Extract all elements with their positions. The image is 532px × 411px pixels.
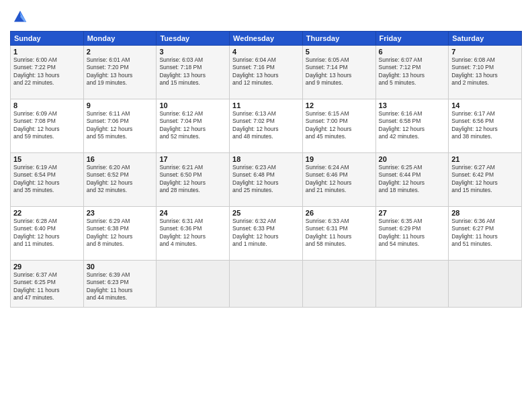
day-number: 7 bbox=[451, 48, 519, 56]
calendar-cell: 15Sunrise: 6:19 AM Sunset: 6:54 PM Dayli… bbox=[11, 153, 84, 207]
weekday-header-friday: Friday bbox=[375, 32, 449, 46]
calendar-cell: 19Sunrise: 6:24 AM Sunset: 6:46 PM Dayli… bbox=[302, 153, 375, 207]
calendar-cell: 21Sunrise: 6:27 AM Sunset: 6:42 PM Dayli… bbox=[449, 153, 522, 207]
day-number: 25 bbox=[232, 209, 300, 217]
calendar-cell bbox=[375, 261, 449, 308]
day-info: Sunrise: 6:36 AM Sunset: 6:27 PM Dayligh… bbox=[451, 218, 519, 248]
day-info: Sunrise: 6:28 AM Sunset: 6:40 PM Dayligh… bbox=[13, 218, 81, 248]
day-number: 16 bbox=[87, 155, 154, 163]
calendar-cell: 20Sunrise: 6:25 AM Sunset: 6:44 PM Dayli… bbox=[375, 153, 449, 207]
day-info: Sunrise: 6:13 AM Sunset: 7:02 PM Dayligh… bbox=[232, 110, 300, 141]
day-info: Sunrise: 6:31 AM Sunset: 6:36 PM Dayligh… bbox=[159, 218, 226, 248]
day-number: 26 bbox=[306, 209, 373, 217]
day-number: 8 bbox=[13, 101, 81, 109]
calendar-cell: 27Sunrise: 6:35 AM Sunset: 6:29 PM Dayli… bbox=[375, 207, 449, 261]
calendar-cell: 30Sunrise: 6:39 AM Sunset: 6:23 PM Dayli… bbox=[83, 261, 157, 308]
day-number: 29 bbox=[13, 263, 81, 271]
day-info: Sunrise: 6:11 AM Sunset: 7:06 PM Dayligh… bbox=[87, 110, 154, 141]
day-info: Sunrise: 6:29 AM Sunset: 6:38 PM Dayligh… bbox=[87, 218, 154, 248]
day-info: Sunrise: 6:33 AM Sunset: 6:31 PM Dayligh… bbox=[306, 218, 373, 248]
calendar-cell: 29Sunrise: 6:37 AM Sunset: 6:25 PM Dayli… bbox=[11, 261, 84, 308]
calendar-week-row: 8Sunrise: 6:09 AM Sunset: 7:08 PM Daylig… bbox=[11, 99, 522, 153]
day-info: Sunrise: 6:27 AM Sunset: 6:42 PM Dayligh… bbox=[451, 164, 519, 195]
day-number: 27 bbox=[379, 209, 446, 217]
day-info: Sunrise: 6:03 AM Sunset: 7:18 PM Dayligh… bbox=[159, 56, 226, 87]
day-number: 17 bbox=[159, 155, 226, 163]
day-number: 11 bbox=[232, 101, 300, 109]
calendar-cell: 9Sunrise: 6:11 AM Sunset: 7:06 PM Daylig… bbox=[83, 99, 157, 153]
day-info: Sunrise: 6:24 AM Sunset: 6:46 PM Dayligh… bbox=[306, 164, 373, 195]
calendar-cell: 24Sunrise: 6:31 AM Sunset: 6:36 PM Dayli… bbox=[157, 207, 230, 261]
day-info: Sunrise: 6:25 AM Sunset: 6:44 PM Dayligh… bbox=[379, 164, 446, 195]
day-info: Sunrise: 6:39 AM Sunset: 6:23 PM Dayligh… bbox=[87, 271, 154, 302]
calendar-cell bbox=[230, 261, 303, 308]
calendar-week-row: 22Sunrise: 6:28 AM Sunset: 6:40 PM Dayli… bbox=[11, 207, 522, 261]
calendar-week-row: 15Sunrise: 6:19 AM Sunset: 6:54 PM Dayli… bbox=[11, 153, 522, 207]
logo bbox=[10, 7, 33, 27]
day-info: Sunrise: 6:19 AM Sunset: 6:54 PM Dayligh… bbox=[13, 164, 81, 195]
day-info: Sunrise: 6:20 AM Sunset: 6:52 PM Dayligh… bbox=[87, 164, 154, 195]
day-number: 13 bbox=[379, 101, 446, 109]
calendar-cell: 11Sunrise: 6:13 AM Sunset: 7:02 PM Dayli… bbox=[230, 99, 303, 153]
day-number: 6 bbox=[379, 48, 446, 56]
day-info: Sunrise: 6:37 AM Sunset: 6:25 PM Dayligh… bbox=[13, 271, 81, 302]
weekday-header-monday: Monday bbox=[83, 32, 157, 46]
day-info: Sunrise: 6:21 AM Sunset: 6:50 PM Dayligh… bbox=[159, 164, 226, 195]
day-number: 24 bbox=[159, 209, 226, 217]
calendar-cell: 2Sunrise: 6:01 AM Sunset: 7:20 PM Daylig… bbox=[83, 46, 157, 99]
calendar-cell: 28Sunrise: 6:36 AM Sunset: 6:27 PM Dayli… bbox=[449, 207, 522, 261]
calendar-cell: 4Sunrise: 6:04 AM Sunset: 7:16 PM Daylig… bbox=[230, 46, 303, 99]
calendar-cell: 5Sunrise: 6:05 AM Sunset: 7:14 PM Daylig… bbox=[302, 46, 375, 99]
day-info: Sunrise: 6:09 AM Sunset: 7:08 PM Dayligh… bbox=[13, 110, 81, 141]
page: SundayMondayTuesdayWednesdayThursdayFrid… bbox=[0, 0, 532, 411]
day-info: Sunrise: 6:04 AM Sunset: 7:16 PM Dayligh… bbox=[232, 56, 300, 87]
calendar-cell: 13Sunrise: 6:16 AM Sunset: 6:58 PM Dayli… bbox=[375, 99, 449, 153]
calendar-cell: 14Sunrise: 6:17 AM Sunset: 6:56 PM Dayli… bbox=[449, 99, 522, 153]
calendar-week-row: 29Sunrise: 6:37 AM Sunset: 6:25 PM Dayli… bbox=[11, 261, 522, 308]
day-number: 4 bbox=[232, 48, 300, 56]
calendar-cell: 7Sunrise: 6:08 AM Sunset: 7:10 PM Daylig… bbox=[449, 46, 522, 99]
day-number: 14 bbox=[451, 101, 519, 109]
day-number: 2 bbox=[87, 48, 154, 56]
day-info: Sunrise: 6:32 AM Sunset: 6:33 PM Dayligh… bbox=[232, 218, 300, 248]
weekday-header-wednesday: Wednesday bbox=[230, 32, 303, 46]
header bbox=[10, 7, 522, 27]
day-info: Sunrise: 6:15 AM Sunset: 7:00 PM Dayligh… bbox=[306, 110, 373, 141]
day-number: 21 bbox=[451, 155, 519, 163]
calendar-cell: 8Sunrise: 6:09 AM Sunset: 7:08 PM Daylig… bbox=[11, 99, 84, 153]
calendar-cell: 26Sunrise: 6:33 AM Sunset: 6:31 PM Dayli… bbox=[302, 207, 375, 261]
day-info: Sunrise: 6:07 AM Sunset: 7:12 PM Dayligh… bbox=[379, 56, 446, 87]
weekday-header-row: SundayMondayTuesdayWednesdayThursdayFrid… bbox=[11, 32, 522, 46]
calendar-cell: 25Sunrise: 6:32 AM Sunset: 6:33 PM Dayli… bbox=[230, 207, 303, 261]
day-number: 23 bbox=[87, 209, 154, 217]
day-info: Sunrise: 6:35 AM Sunset: 6:29 PM Dayligh… bbox=[379, 218, 446, 248]
weekday-header-thursday: Thursday bbox=[302, 32, 375, 46]
calendar-table: SundayMondayTuesdayWednesdayThursdayFrid… bbox=[10, 31, 522, 308]
calendar-cell: 12Sunrise: 6:15 AM Sunset: 7:00 PM Dayli… bbox=[302, 99, 375, 153]
calendar-cell: 18Sunrise: 6:23 AM Sunset: 6:48 PM Dayli… bbox=[230, 153, 303, 207]
day-info: Sunrise: 6:12 AM Sunset: 7:04 PM Dayligh… bbox=[159, 110, 226, 141]
day-number: 15 bbox=[13, 155, 81, 163]
day-info: Sunrise: 6:05 AM Sunset: 7:14 PM Dayligh… bbox=[306, 56, 373, 87]
calendar-cell: 10Sunrise: 6:12 AM Sunset: 7:04 PM Dayli… bbox=[157, 99, 230, 153]
weekday-header-saturday: Saturday bbox=[449, 32, 522, 46]
day-number: 10 bbox=[159, 101, 226, 109]
day-info: Sunrise: 6:01 AM Sunset: 7:20 PM Dayligh… bbox=[87, 56, 154, 87]
day-number: 28 bbox=[451, 209, 519, 217]
calendar-cell bbox=[157, 261, 230, 308]
calendar-cell: 17Sunrise: 6:21 AM Sunset: 6:50 PM Dayli… bbox=[157, 153, 230, 207]
calendar-cell bbox=[449, 261, 522, 308]
day-number: 20 bbox=[379, 155, 446, 163]
day-number: 30 bbox=[87, 263, 154, 271]
day-number: 3 bbox=[159, 48, 226, 56]
day-number: 19 bbox=[306, 155, 373, 163]
calendar-cell bbox=[302, 261, 375, 308]
day-number: 12 bbox=[306, 101, 373, 109]
day-number: 22 bbox=[13, 209, 81, 217]
day-number: 18 bbox=[232, 155, 300, 163]
day-info: Sunrise: 6:00 AM Sunset: 7:22 PM Dayligh… bbox=[13, 56, 81, 87]
weekday-header-sunday: Sunday bbox=[11, 32, 84, 46]
calendar-cell: 1Sunrise: 6:00 AM Sunset: 7:22 PM Daylig… bbox=[11, 46, 84, 99]
day-number: 9 bbox=[87, 101, 154, 109]
day-info: Sunrise: 6:23 AM Sunset: 6:48 PM Dayligh… bbox=[232, 164, 300, 195]
